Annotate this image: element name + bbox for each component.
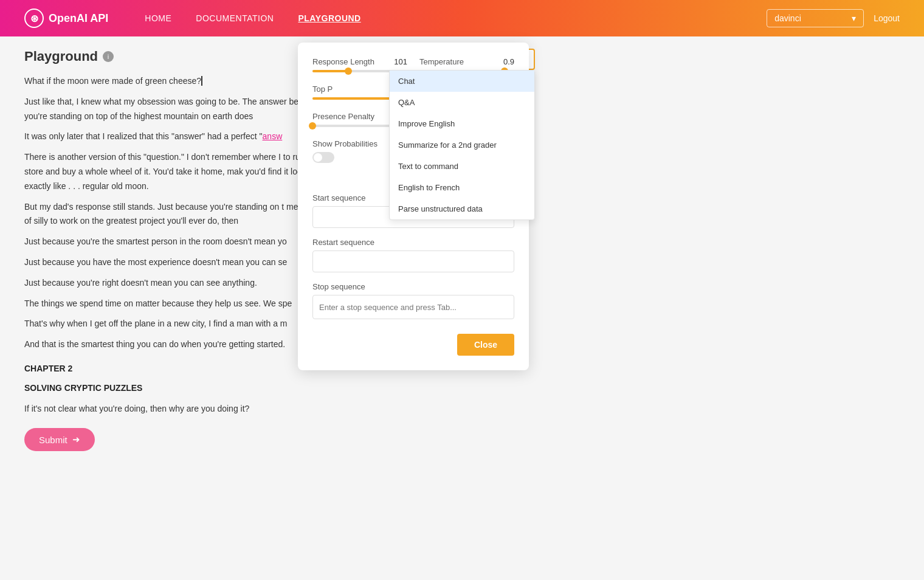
model-selector[interactable]: davinci ▾: [767, 9, 864, 27]
logout-button[interactable]: Logout: [874, 13, 900, 23]
nav-home[interactable]: HOME: [145, 13, 171, 23]
logo-icon: ⊛: [24, 9, 44, 28]
model-value: davinci: [774, 13, 801, 23]
playground-header: Playground i: [24, 49, 340, 64]
text-underline: answ: [263, 131, 283, 141]
text-line-11: And that is the smartest thing you can d…: [24, 337, 340, 352]
stop-sequence-section: Stop sequence: [312, 282, 514, 319]
text-line-5: But my dad's response still stands. Just…: [24, 200, 340, 229]
response-length-fill: [312, 70, 348, 72]
nav-playground[interactable]: PLAYGROUND: [298, 13, 360, 23]
info-icon[interactable]: i: [103, 51, 114, 62]
stop-sequence-input[interactable]: [312, 295, 514, 319]
logo-text: OpenAI API: [49, 12, 108, 25]
header-right: davinci ▾ Logout: [767, 9, 900, 27]
arrow-right-icon: ➜: [72, 434, 80, 445]
text-line-3: It was only later that I realized that t…: [24, 129, 340, 144]
text-line-10: That's why when I get off the plane in a…: [24, 317, 340, 331]
main-nav: HOME DOCUMENTATION PLAYGROUND: [145, 13, 767, 23]
preset-item-chat[interactable]: Chat: [390, 71, 534, 92]
main-content: Playground i What if the moon were made …: [0, 36, 924, 580]
header: ⊛ OpenAI API HOME DOCUMENTATION PLAYGROU…: [0, 0, 924, 36]
text-line-8: Just because you're right doesn't mean y…: [24, 276, 340, 291]
preset-item-english-to-french[interactable]: English to French: [390, 177, 534, 198]
restart-sequence-section: Restart sequence: [312, 238, 514, 272]
text-line-7: Just because you have the most experienc…: [24, 255, 340, 270]
toggle-knob: [314, 153, 322, 162]
preset-item-summarize[interactable]: Summarize for a 2nd grader: [390, 134, 534, 156]
text-line-6: Just because you're the smartest person …: [24, 235, 340, 249]
show-probabilities-toggle[interactable]: [312, 152, 334, 163]
temperature-label: Temperature 0.9: [419, 57, 514, 66]
preset-item-parse-unstructured[interactable]: Parse unstructured data: [390, 198, 534, 219]
stop-sequence-label: Stop sequence: [312, 282, 514, 291]
response-length-value: 101: [394, 57, 407, 66]
subtitle-heading: SOLVING CRYPTIC PUZZLES: [24, 381, 340, 396]
logo: ⊛ OpenAI API: [24, 9, 108, 28]
page-title: Playground: [24, 49, 98, 64]
temperature-value: 0.9: [503, 57, 514, 66]
text-line-4: There is another version of this "questi…: [24, 150, 340, 193]
text-line-9: The things we spend time on matter becau…: [24, 297, 340, 311]
text-line-1: What if the moon were made of green chee…: [24, 74, 340, 89]
restart-sequence-input[interactable]: [312, 250, 514, 272]
text-content: What if the moon were made of green chee…: [24, 74, 340, 416]
preset-item-improve-english[interactable]: Improve English: [390, 113, 534, 134]
text-line-2: Just like that, I knew what my obsession…: [24, 95, 340, 124]
submit-label: Submit: [39, 435, 67, 445]
response-length-thumb[interactable]: [345, 67, 352, 75]
restart-sequence-label: Restart sequence: [312, 238, 514, 247]
chevron-down-icon: ▾: [852, 13, 856, 23]
preset-item-qa[interactable]: Q&A: [390, 92, 534, 113]
close-button[interactable]: Close: [457, 334, 514, 356]
presence-penalty-thumb[interactable]: [309, 122, 316, 129]
text-line-12: If it's not clear what you're doing, the…: [24, 402, 340, 416]
preset-dropdown-menu: Chat Q&A Improve English Summarize for a…: [389, 70, 535, 220]
preset-item-text-to-command[interactable]: Text to command: [390, 156, 534, 177]
submit-button[interactable]: Submit ➜: [24, 428, 95, 451]
left-panel: Playground i What if the moon were made …: [24, 49, 340, 568]
response-length-label: Response Length 101: [312, 57, 407, 66]
chapter-heading: CHAPTER 2: [24, 362, 340, 376]
nav-documentation[interactable]: DOCUMENTATION: [196, 13, 274, 23]
